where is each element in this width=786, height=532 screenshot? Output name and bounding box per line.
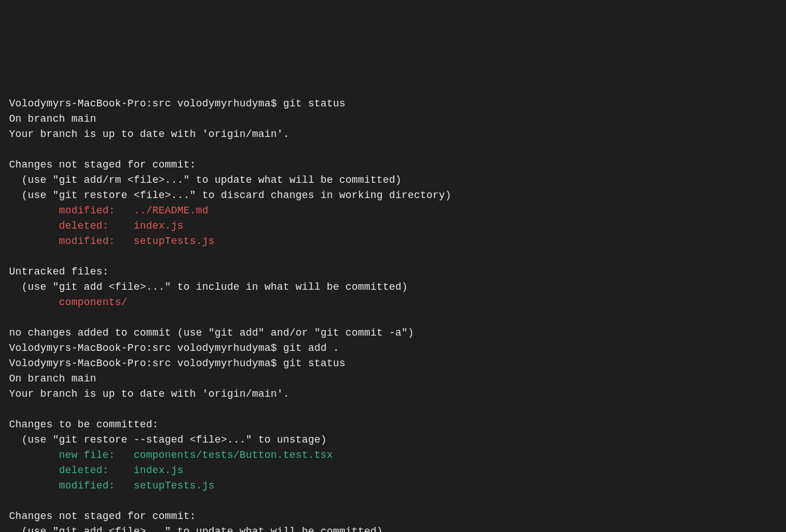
text: Volodymyrs-MacBook-Pro:src volodymyrhudy…	[9, 342, 339, 354]
terminal-line	[9, 249, 786, 264]
text	[9, 297, 59, 308]
text: Untracked files:	[9, 266, 109, 277]
text: Your branch is up to date with 'origin/m…	[9, 388, 289, 400]
terminal-line: no changes added to commit (use "git add…	[9, 325, 786, 341]
terminal-line: (use "git add <file>..." to include in w…	[9, 280, 786, 295]
text: (use "git add <file>..." to include in w…	[9, 281, 408, 293]
terminal-line: deleted: index.js	[9, 218, 786, 234]
terminal-line: modified: setupTests.js	[9, 234, 786, 249]
terminal-output: Volodymyrs-MacBook-Pro:src volodymyrhudy…	[9, 96, 786, 532]
terminal-line: Your branch is up to date with 'origin/m…	[9, 127, 786, 142]
terminal-line: Your branch is up to date with 'origin/m…	[9, 387, 786, 402]
terminal-line: deleted: index.js	[9, 463, 786, 478]
text: On branch main	[9, 113, 96, 125]
terminal-line: (use "git restore --staged <file>..." to…	[9, 432, 786, 448]
terminal-line: Volodymyrs-MacBook-Pro:src volodymyrhudy…	[9, 356, 786, 371]
terminal-line: (use "git add/rm <file>..." to update wh…	[9, 173, 786, 188]
terminal-line: (use "git restore <file>..." to discard …	[9, 188, 786, 203]
terminal-line: Volodymyrs-MacBook-Pro:src volodymyrhudy…	[9, 341, 786, 356]
text: (use "git add <file>..." to update what …	[9, 526, 383, 532]
text: Changes to be committed:	[9, 419, 159, 430]
terminal-line: modified: ../README.md	[9, 203, 786, 218]
terminal-line: Changes to be committed:	[9, 417, 786, 432]
text: Changes not staged for commit:	[9, 159, 196, 170]
terminal-line: Volodymyrs-MacBook-Pro:src volodymyrhudy…	[9, 96, 786, 111]
terminal-line	[9, 142, 786, 157]
red-text: modified: setupTests.js	[59, 235, 215, 247]
text	[9, 465, 59, 476]
text: (use "git restore <file>..." to discard …	[9, 190, 451, 201]
terminal-line: (use "git add <file>..." to update what …	[9, 524, 786, 532]
red-text: components/	[59, 297, 127, 308]
terminal-line	[9, 494, 786, 509]
terminal-line	[9, 402, 786, 417]
text: (use "git restore --staged <file>..." to…	[9, 434, 327, 445]
red-text: modified: ../README.md	[59, 205, 208, 216]
red-text: deleted: index.js	[59, 220, 183, 231]
text: no changes added to commit (use "git add…	[9, 327, 414, 338]
terminal-line	[9, 310, 786, 325]
terminal-line: Changes not staged for commit:	[9, 509, 786, 524]
green-text: deleted: index.js	[59, 465, 183, 476]
text: (use "git add/rm <file>..." to update wh…	[9, 174, 401, 186]
terminal-line: Untracked files:	[9, 264, 786, 280]
text: Changes not staged for commit:	[9, 510, 196, 522]
terminal-line: modified: setupTests.js	[9, 478, 786, 494]
text	[9, 449, 59, 461]
text	[9, 220, 59, 231]
terminal-line: On branch main	[9, 111, 786, 127]
terminal-window[interactable]: Volodymyrs-MacBook-Pro:src volodymyrhudy…	[9, 66, 786, 532]
terminal-line: On branch main	[9, 371, 786, 387]
text: Volodymyrs-MacBook-Pro:src volodymyrhudy…	[9, 98, 345, 109]
text: Volodymyrs-MacBook-Pro:src volodymyrhudy…	[9, 358, 345, 369]
text: Your branch is up to date with 'origin/m…	[9, 128, 289, 140]
terminal-line: components/	[9, 295, 786, 310]
terminal-line: Changes not staged for commit:	[9, 157, 786, 173]
text	[9, 480, 59, 491]
text: On branch main	[9, 373, 96, 384]
green-text: modified: setupTests.js	[59, 480, 215, 491]
text	[9, 235, 59, 247]
text	[9, 205, 59, 216]
terminal-line: new file: components/tests/Button.test.t…	[9, 448, 786, 463]
green-text: new file: components/tests/Button.test.t…	[59, 449, 333, 461]
